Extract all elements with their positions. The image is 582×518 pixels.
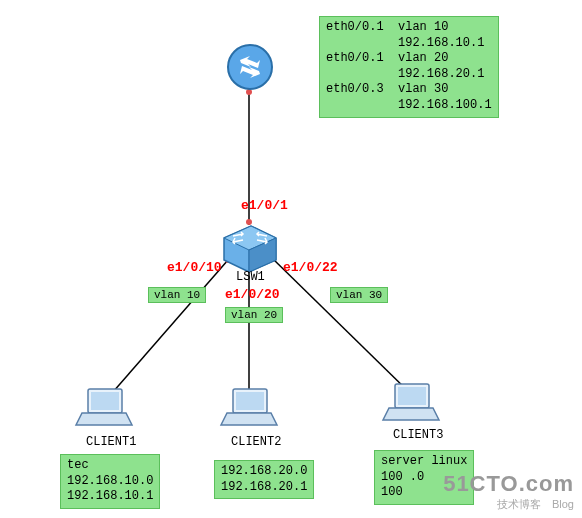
client1-icon	[74, 385, 134, 435]
client1-info: tec 192.168.10.0 192.168.10.1	[60, 454, 160, 509]
watermark-sub: 技术博客 Blog	[443, 497, 574, 512]
switch-label: LSW1	[236, 270, 265, 284]
vlan-left: vlan 10	[148, 287, 206, 303]
svg-rect-18	[398, 387, 426, 405]
port-mid: e1/0/20	[225, 287, 280, 302]
svg-line-3	[106, 260, 228, 400]
svg-line-9	[272, 258, 412, 395]
switch-icon	[221, 218, 279, 276]
port-right: e1/0/22	[283, 260, 338, 275]
watermark-main: 51CTO.com	[443, 471, 574, 497]
router-config-box: eth0/0.1 vlan 10 192.168.10.1 eth0/0.1 v…	[319, 16, 499, 118]
svg-point-12	[228, 45, 272, 89]
port-up: e1/0/1	[241, 198, 288, 213]
vlan-right: vlan 30	[330, 287, 388, 303]
client3-icon	[381, 380, 441, 430]
svg-rect-16	[236, 392, 264, 410]
client2-info: 192.168.20.0 192.168.20.1	[214, 460, 314, 499]
vlan-mid: vlan 20	[225, 307, 283, 323]
client2-label: CLIENT2	[231, 435, 281, 449]
router-icon	[225, 42, 275, 96]
port-left: e1/0/10	[167, 260, 222, 275]
client2-icon	[219, 385, 279, 435]
client1-label: CLIENT1	[86, 435, 136, 449]
watermark: 51CTO.com 技术博客 Blog	[443, 471, 574, 512]
client3-label: CLIENT3	[393, 428, 443, 442]
svg-rect-14	[91, 392, 119, 410]
